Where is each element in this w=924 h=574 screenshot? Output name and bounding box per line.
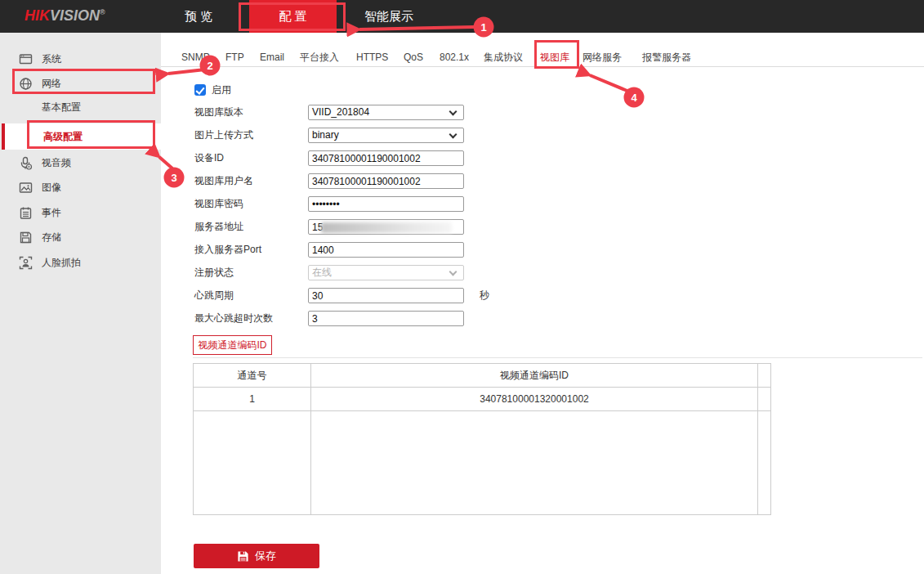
header-channel-no: 通道号 — [194, 364, 311, 387]
tab-snmp[interactable]: SNMP — [181, 49, 210, 65]
tab-integration-protocol[interactable]: 集成协议 — [484, 49, 523, 65]
annotation-arrow-2 — [168, 70, 205, 74]
header-video-channel-id: 视频通道编码ID — [311, 364, 757, 387]
field-label-heartbeat-interval: 心跳周期 — [194, 288, 234, 303]
heartbeat-interval-input[interactable] — [308, 288, 464, 303]
sidebar-item-audio-video[interactable]: 视音频 — [0, 150, 161, 175]
sidebar-item-basic-config[interactable]: 基本配置 — [0, 95, 161, 119]
row-spacer-cell — [757, 388, 770, 410]
sidebar-item-advanced-config[interactable]: 高级配置 — [2, 123, 161, 150]
sidebar-item-face-capture[interactable]: 人脸抓拍 — [0, 250, 161, 275]
tab-network-service[interactable]: 网络服务 — [583, 49, 622, 65]
system-icon — [19, 52, 33, 66]
sidebar-item-system[interactable]: 系统 — [0, 47, 161, 71]
audio-video-icon — [19, 156, 33, 170]
table-empty-area — [194, 411, 770, 514]
sidebar: 系统 网络 基本配置 高级配置 视音频 图像 事件 存储 人脸抓拍 — [0, 33, 161, 574]
logo-registered-mark: ® — [100, 8, 105, 16]
device-id-input[interactable] — [308, 150, 464, 166]
enable-label: 启用 — [212, 84, 231, 96]
field-label-max-heartbeat-timeout: 最大心跳超时次数 — [194, 311, 273, 326]
field-label-device-id: 设备ID — [194, 150, 224, 166]
tab-alarm-server[interactable]: 报警服务器 — [642, 49, 691, 65]
header-spacer-cell — [757, 364, 770, 387]
storage-icon — [19, 231, 33, 244]
annotation-arrow-3 — [159, 157, 172, 168]
cell-channel-no: 1 — [194, 388, 311, 410]
tab-qos[interactable]: QoS — [404, 49, 423, 65]
chevron-down-icon — [449, 268, 458, 276]
tab-8021x[interactable]: 802.1x — [440, 49, 469, 65]
table-header-row: 通道号 视频通道编码ID — [194, 364, 770, 388]
event-icon — [19, 206, 33, 220]
field-label-register-status: 注册状态 — [194, 265, 234, 280]
section-separator — [193, 357, 922, 358]
upload-mode-value: binary — [312, 129, 339, 141]
max-heartbeat-timeout-input[interactable] — [308, 311, 464, 326]
sidebar-item-label: 高级配置 — [43, 123, 83, 150]
svg-text:3: 3 — [171, 172, 176, 184]
viid-password-input[interactable] — [308, 196, 464, 212]
field-label-server-address: 服务器地址 — [194, 219, 243, 235]
hikvision-logo: HIKVISION® — [25, 7, 105, 25]
register-status-select: 在线 — [308, 265, 464, 280]
sidebar-item-label: 基本配置 — [42, 95, 81, 119]
svg-text:4: 4 — [631, 92, 637, 104]
register-status-value: 在线 — [312, 267, 332, 278]
sidebar-item-storage[interactable]: 存储 — [0, 225, 161, 249]
cell-video-channel-id: 34078100001320001002 — [311, 388, 757, 410]
tab-video-image-library[interactable]: 视图库 — [540, 49, 569, 65]
field-label-viid-username: 视图库用户名 — [194, 173, 253, 189]
video-channel-id-tab-button[interactable]: 视频通道编码ID — [193, 335, 272, 355]
annotation-arrow-4 — [590, 75, 629, 92]
channel-table: 通道号 视频通道编码ID 1 34078100001320001002 — [193, 363, 771, 515]
save-button[interactable]: 保存 — [194, 544, 319, 568]
network-icon — [19, 77, 33, 91]
sidebar-item-network[interactable]: 网络 — [0, 71, 161, 96]
chevron-down-icon — [449, 131, 458, 139]
server-address-input[interactable] — [308, 219, 464, 235]
field-label-server-port: 接入服务器Port — [194, 242, 261, 258]
tab-email[interactable]: Email — [260, 49, 284, 65]
tab-platform-access[interactable]: 平台接入 — [300, 49, 339, 65]
tab-https[interactable]: HTTPS — [356, 49, 388, 65]
tab-ftp[interactable]: FTP — [225, 49, 244, 65]
sidebar-item-event[interactable]: 事件 — [0, 200, 161, 225]
enable-checkbox[interactable] — [194, 84, 206, 96]
table-row[interactable]: 1 34078100001320001002 — [194, 388, 770, 411]
sidebar-item-label: 图像 — [42, 175, 61, 200]
nav-tab-smart-display[interactable]: 智能展示 — [343, 0, 435, 33]
logo-vision: VISION — [50, 7, 100, 24]
viid-version-value: VIID_201804 — [312, 106, 369, 118]
annotation-step-3: 3 — [164, 168, 185, 188]
chevron-down-icon — [449, 108, 458, 116]
viid-username-input[interactable] — [308, 173, 464, 189]
upload-mode-select[interactable]: binary — [308, 128, 464, 143]
field-label-viid-password: 视图库密码 — [194, 196, 243, 212]
top-nav: HIKVISION® 预 览 配 置 智能展示 — [0, 0, 924, 33]
sidebar-item-label: 视音频 — [42, 150, 71, 175]
face-capture-icon — [19, 256, 33, 270]
server-port-input[interactable] — [308, 242, 464, 258]
save-button-label: 保存 — [255, 549, 276, 563]
tabbar-underline — [161, 66, 924, 67]
sidebar-item-label: 事件 — [42, 200, 61, 225]
sidebar-item-label: 网络 — [42, 71, 61, 96]
logo-hik: HIK — [25, 7, 50, 24]
nav-tab-configuration[interactable]: 配 置 — [249, 0, 337, 33]
viid-version-select[interactable]: VIID_201804 — [308, 105, 464, 120]
sidebar-item-image[interactable]: 图像 — [0, 175, 161, 200]
sidebar-item-label: 人脸抓拍 — [42, 250, 81, 275]
field-label-upload-mode: 图片上传方式 — [194, 128, 253, 143]
sidebar-item-label: 存储 — [42, 225, 61, 249]
annotation-step-4: 4 — [624, 87, 645, 108]
save-icon — [237, 550, 249, 563]
heartbeat-unit-label: 秒 — [480, 288, 489, 303]
field-label-viid-version: 视图库版本 — [194, 105, 243, 120]
nav-tab-preview[interactable]: 预 览 — [161, 0, 236, 33]
image-icon — [19, 181, 33, 195]
sidebar-item-label: 系统 — [42, 47, 61, 71]
